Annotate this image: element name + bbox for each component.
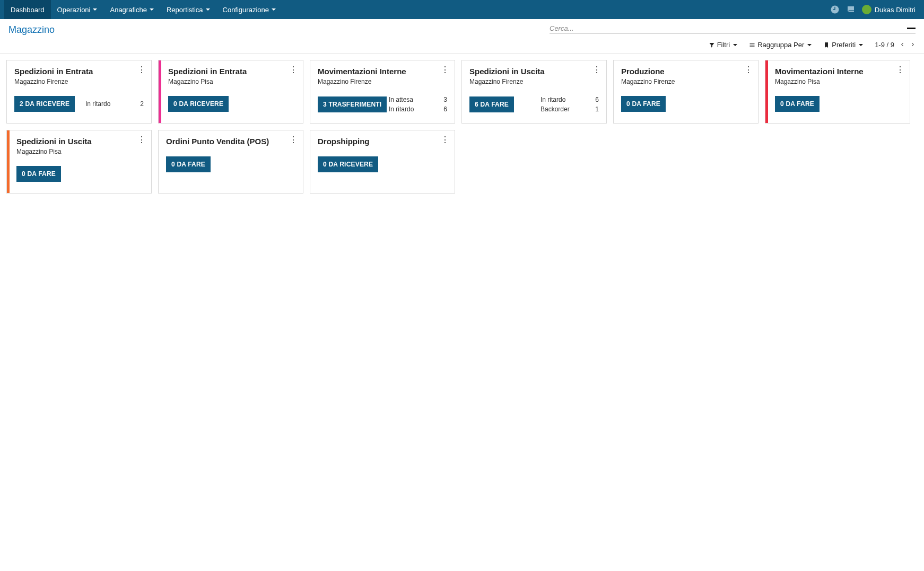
card-subtitle: Magazzino Firenze [621,78,751,85]
kanban-card[interactable]: ⋮Movimentazioni InterneMagazzino Firenze… [310,60,455,124]
card-menu-button[interactable]: ⋮ [744,66,753,74]
status-line: Backorder1 [541,106,599,113]
card-status: In ritardo6Backorder1 [541,96,599,113]
list-icon [749,42,755,48]
card-primary-button[interactable]: 0 DA FARE [775,96,820,112]
card-primary-button[interactable]: 0 DA RICEVERE [318,156,378,172]
nav-item-label: Configurazione [223,6,269,14]
card-status: In attesa3In ritardo6 [389,96,447,113]
status-line: In ritardo2 [85,100,144,108]
card-subtitle: Magazzino Firenze [318,78,447,85]
control-bar: Magazzino Filtri Raggruppa Per Preferiti [0,19,924,54]
favorites-label: Preferiti [832,41,856,49]
card-subtitle: Magazzino Pisa [775,78,902,85]
chevron-right-icon [910,42,916,47]
card-primary-button[interactable]: 6 DA FARE [469,96,514,112]
card-subtitle: Magazzino Pisa [16,148,144,155]
search-wrap [550,24,916,34]
chevron-down-icon [272,8,276,11]
kanban-board: ⋮Spedizioni in EntrataMagazzino Firenze2… [0,54,924,200]
chevron-down-icon [93,8,97,11]
card-subtitle: Magazzino Pisa [168,78,295,85]
card-body-row: 3 TRASFERIMENTIIn attesa3In ritardo6 [318,96,447,113]
card-body-row: 6 DA FAREIn ritardo6Backorder1 [469,96,599,113]
status-value: 6 [595,96,599,103]
bookmark-icon [823,42,830,48]
status-line: In attesa3 [389,96,447,103]
status-line: In ritardo6 [541,96,599,103]
card-menu-button[interactable]: ⋮ [137,136,146,144]
pager-prev[interactable] [900,41,905,49]
chevron-down-icon [859,44,863,46]
page-title: Magazzino [8,24,55,36]
nav-item-label: Reportistica [167,6,203,14]
chevron-down-icon [807,44,812,46]
nav-item-dashboard[interactable]: Dashboard [4,0,51,19]
card-menu-button[interactable]: ⋮ [289,66,298,74]
search-options-icon[interactable] [907,28,916,29]
status-value: 3 [443,96,447,103]
card-title: Movimentazioni Interne [775,67,902,76]
favorites-button[interactable]: Preferiti [823,41,863,49]
card-body-row: 0 DA FARE [166,156,295,172]
chevron-down-icon [733,44,737,46]
kanban-card[interactable]: ⋮Spedizioni in EntrataMagazzino Pisa0 DA… [158,60,303,124]
card-primary-button[interactable]: 0 DA RICEVERE [168,96,229,112]
nav-item-anagrafiche[interactable]: Anagrafiche [103,0,160,19]
user-menu[interactable]: Dukas Dimitri [862,5,916,14]
search-input[interactable] [550,24,903,32]
status-value: 1 [595,106,599,113]
control-bar-tools: Filtri Raggruppa Per Preferiti 1-9 / 9 [709,41,916,49]
kanban-card[interactable]: ⋮Ordini Punto Vendita (POS)0 DA FARE [158,130,303,194]
chat-icon[interactable] [846,5,856,14]
nav-item-configurazione[interactable]: Configurazione [216,0,282,19]
nav-item-label: Anagrafiche [110,6,146,14]
card-primary-button[interactable]: 0 DA FARE [621,96,666,112]
card-menu-button[interactable]: ⋮ [896,66,904,74]
group-by-button[interactable]: Raggruppa Per [749,41,812,49]
card-title: Spedizioni in Uscita [16,137,144,146]
card-menu-button[interactable]: ⋮ [592,66,601,74]
timer-icon[interactable] [830,5,840,14]
card-body-row: 0 DA FARE [775,96,902,112]
control-bar-bottom: Filtri Raggruppa Per Preferiti 1-9 / 9 [8,36,916,53]
card-primary-button[interactable]: 0 DA FARE [166,156,211,172]
card-status: In ritardo2 [85,100,144,108]
pager-next[interactable] [910,41,916,49]
kanban-card[interactable]: ⋮Dropshipping0 DA RICEVERE [310,130,455,194]
card-title: Ordini Punto Vendita (POS) [166,137,295,146]
card-title: Spedizioni in Uscita [469,67,599,76]
filter-icon [709,42,715,48]
kanban-card[interactable]: ⋮Movimentazioni InterneMagazzino Pisa0 D… [765,60,910,124]
card-menu-button[interactable]: ⋮ [441,66,449,74]
filters-button[interactable]: Filtri [709,41,738,49]
kanban-card[interactable]: ⋮Spedizioni in EntrataMagazzino Firenze2… [6,60,152,124]
kanban-card[interactable]: ⋮Spedizioni in UscitaMagazzino Firenze6 … [461,60,607,124]
card-menu-button[interactable]: ⋮ [441,136,449,144]
card-title: Produzione [621,67,751,76]
kanban-card[interactable]: ⋮Spedizioni in UscitaMagazzino Pisa0 DA … [6,130,152,194]
card-title: Spedizioni in Entrata [14,67,144,76]
card-body-row: 0 DA RICEVERE [318,156,447,172]
card-title: Spedizioni in Entrata [168,67,295,76]
card-body-row: 0 DA FARE [621,96,751,112]
user-name: Dukas Dimitri [875,6,916,14]
card-menu-button[interactable]: ⋮ [289,136,298,144]
card-primary-button[interactable]: 0 DA FARE [16,166,61,182]
chevron-left-icon [900,42,905,47]
status-label: In ritardo [85,100,110,108]
card-primary-button[interactable]: 2 DA RICEVERE [14,96,75,112]
nav-item-reportistica[interactable]: Reportistica [160,0,216,19]
nav-item-operazioni[interactable]: Operazioni [51,0,104,19]
nav-item-label: Dashboard [11,6,45,14]
pager-text: 1-9 / 9 [875,41,894,49]
status-line: In ritardo6 [389,106,447,113]
card-title: Movimentazioni Interne [318,67,447,76]
control-bar-top: Magazzino [8,24,916,36]
nav-left: DashboardOperazioniAnagraficheReportisti… [4,0,282,19]
status-label: In ritardo [389,106,414,113]
card-menu-button[interactable]: ⋮ [137,66,146,74]
nav-item-label: Operazioni [57,6,91,14]
kanban-card[interactable]: ⋮ProduzioneMagazzino Firenze0 DA FARE [613,60,759,124]
card-primary-button[interactable]: 3 TRASFERIMENTI [318,96,387,112]
